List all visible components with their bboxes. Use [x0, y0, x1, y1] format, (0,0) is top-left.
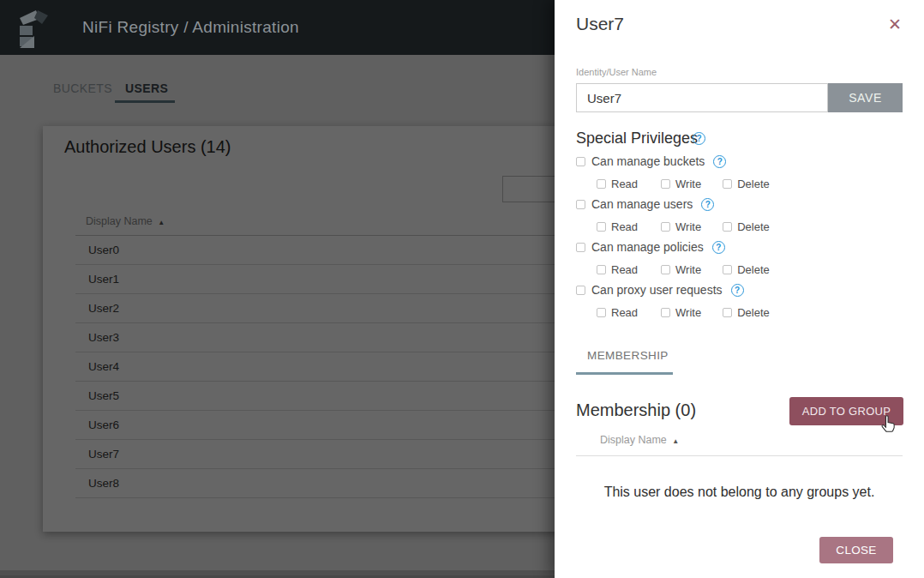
- sort-asc-icon: ▲: [672, 437, 679, 445]
- can-manage-users-checkbox[interactable]: [576, 200, 585, 209]
- can-proxy-user-requests-checkbox[interactable]: [576, 286, 585, 295]
- special-privileges-title: Special Privileges: [576, 129, 698, 148]
- membership-column-label: Display Name: [600, 434, 667, 446]
- write-label: Write: [675, 220, 701, 233]
- privilege-label: Can proxy user requests: [591, 283, 723, 297]
- tab-membership[interactable]: MEMBERSHIP: [587, 349, 669, 362]
- identity-label: Identity/User Name: [576, 67, 657, 77]
- delete-checkbox[interactable]: [723, 308, 732, 317]
- help-icon[interactable]: ?: [731, 284, 744, 297]
- privilege-label: Can manage users: [591, 197, 693, 211]
- read-label: Read: [611, 263, 638, 276]
- membership-empty-message: This user does not belong to any groups …: [576, 485, 903, 500]
- delete-label: Delete: [737, 178, 770, 190]
- help-icon[interactable]: ?: [712, 241, 725, 254]
- read-checkbox[interactable]: [597, 179, 606, 189]
- write-label: Write: [675, 306, 701, 319]
- write-checkbox[interactable]: [661, 265, 670, 274]
- delete-checkbox[interactable]: [723, 265, 732, 274]
- identity-input[interactable]: [576, 83, 828, 112]
- help-icon[interactable]: ?: [713, 155, 726, 168]
- read-checkbox[interactable]: [597, 265, 606, 274]
- write-label: Write: [675, 178, 701, 190]
- read-checkbox[interactable]: [597, 222, 606, 232]
- privilege-label: Can manage policies: [591, 240, 704, 254]
- user-detail-panel: User7 ✕ Identity/User Name SAVE Special …: [555, 0, 924, 578]
- delete-label: Delete: [737, 263, 770, 276]
- membership-divider: [576, 455, 903, 456]
- privilege-group: Can manage policies ? Read Write Delete: [576, 240, 902, 276]
- help-icon[interactable]: ?: [693, 132, 705, 145]
- close-button[interactable]: CLOSE: [819, 537, 893, 563]
- read-label: Read: [611, 178, 638, 190]
- modal-overlay[interactable]: [0, 55, 555, 578]
- close-icon[interactable]: ✕: [888, 14, 902, 36]
- read-label: Read: [611, 220, 638, 233]
- delete-checkbox[interactable]: [723, 222, 732, 232]
- privilege-group: Can manage users ? Read Write Delete: [576, 197, 902, 233]
- nifi-registry-logo-icon: [13, 7, 51, 53]
- help-icon[interactable]: ?: [701, 198, 714, 211]
- membership-title: Membership (0): [576, 400, 696, 420]
- app-header: NiFi Registry / Administration: [0, 0, 555, 55]
- write-label: Write: [675, 263, 701, 276]
- membership-column-header[interactable]: Display Name ▲: [600, 434, 679, 446]
- membership-tab-underline: [576, 372, 673, 375]
- delete-label: Delete: [737, 306, 770, 319]
- write-checkbox[interactable]: [661, 179, 670, 189]
- write-checkbox[interactable]: [661, 308, 670, 317]
- add-to-group-button[interactable]: ADD TO GROUP: [789, 397, 903, 425]
- privilege-label: Can manage buckets: [591, 154, 705, 168]
- privilege-group: Can manage buckets ? Read Write Delete: [576, 154, 902, 190]
- can-manage-policies-checkbox[interactable]: [576, 243, 585, 252]
- delete-label: Delete: [737, 220, 770, 233]
- read-checkbox[interactable]: [597, 308, 606, 317]
- privilege-group: Can proxy user requests ? Read Write Del…: [576, 283, 902, 319]
- write-checkbox[interactable]: [661, 222, 670, 232]
- can-manage-buckets-checkbox[interactable]: [576, 157, 585, 166]
- save-button[interactable]: SAVE: [828, 83, 903, 112]
- page-title: NiFi Registry / Administration: [82, 18, 299, 37]
- panel-title: User7: [576, 14, 624, 34]
- read-label: Read: [611, 306, 638, 319]
- delete-checkbox[interactable]: [723, 179, 732, 189]
